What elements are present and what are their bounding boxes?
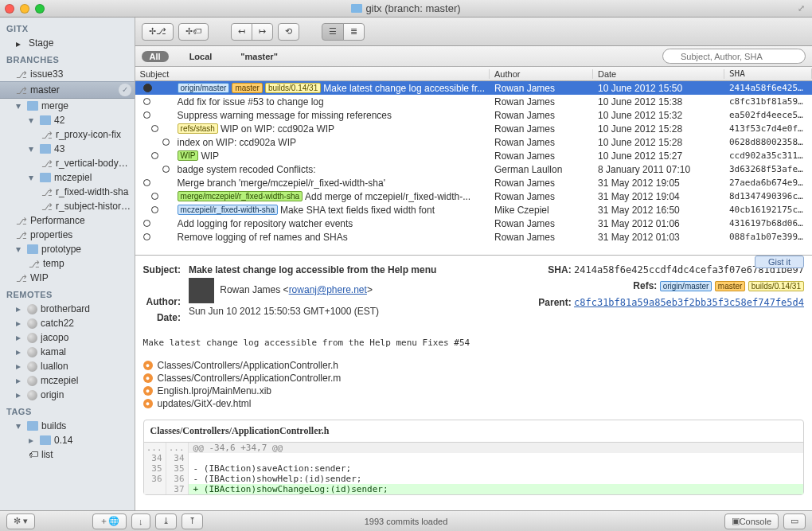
commit-row[interactable]: Remove logging of ref names and SHAsRowa… bbox=[135, 230, 812, 244]
disclosure-right-icon[interactable]: ▸ bbox=[29, 435, 37, 446]
sidebar-branch-item[interactable]: ⎇properties bbox=[0, 228, 135, 242]
sidebar-branch-item[interactable]: ▾43 bbox=[0, 142, 135, 156]
col-author[interactable]: Author bbox=[490, 69, 593, 79]
col-sha[interactable]: SHA bbox=[724, 68, 812, 79]
filter-master[interactable]: "master" bbox=[232, 51, 286, 62]
disclosure-down-icon[interactable]: ▾ bbox=[29, 143, 37, 154]
tree-view-button[interactable]: ≣ bbox=[343, 23, 365, 41]
sidebar-branch-item[interactable]: ▾prototype bbox=[0, 242, 135, 256]
sidebar-remote-item[interactable]: ▸brotherbard bbox=[0, 302, 135, 316]
sidebar-branch-item[interactable]: ⎇temp bbox=[0, 256, 135, 271]
disclosure-right-icon[interactable]: ▸ bbox=[16, 318, 24, 329]
sidebar-branch-item[interactable]: ▾merge bbox=[0, 99, 135, 113]
sidebar-remote-item[interactable]: ▸jacopo bbox=[0, 330, 135, 345]
disclosure-down-icon[interactable]: ▾ bbox=[16, 420, 24, 431]
layout-button[interactable]: ▭ bbox=[783, 513, 806, 529]
disclosure-down-icon[interactable]: ▾ bbox=[29, 115, 37, 126]
disclosure-right-icon[interactable]: ▸ bbox=[16, 389, 24, 400]
changed-file[interactable]: ●Classes/Controllers/ApplicationControll… bbox=[143, 372, 804, 385]
ref-tag[interactable]: origin/master bbox=[660, 281, 712, 291]
commit-date: 31 May 2012 19:04 bbox=[593, 191, 724, 202]
commit-row[interactable]: Merge branch 'merge/mczepiel/r_fixed-wid… bbox=[135, 176, 812, 189]
commit-row[interactable]: badge system recoded Conflicts:German La… bbox=[135, 162, 812, 176]
sidebar-remote-item[interactable]: ▸mczepiel bbox=[0, 373, 135, 388]
ref-tag[interactable]: WIP bbox=[178, 150, 199, 161]
disclosure-right-icon[interactable]: ▸ bbox=[16, 375, 24, 386]
sidebar-remote-item[interactable]: ▸origin bbox=[0, 388, 135, 402]
sidebar-branch-item[interactable]: ▾42 bbox=[0, 113, 135, 127]
ref-tag[interactable]: merge/mczepiel/r_fixed-width-sha bbox=[178, 191, 303, 201]
commit-graph bbox=[140, 179, 175, 186]
ref-tag[interactable]: refs/stash bbox=[178, 123, 218, 134]
search-input[interactable] bbox=[662, 49, 806, 64]
sidebar-branch-item[interactable]: ▾mczepiel bbox=[0, 170, 135, 185]
sidebar-remote-item[interactable]: ▸luallon bbox=[0, 359, 135, 373]
sidebar-branch-item[interactable]: ⎇master✓ bbox=[0, 81, 135, 99]
commit-row[interactable]: refs/stashWIP on WIP: ccd902a WIPRowan J… bbox=[135, 122, 812, 135]
sidebar-branch-item[interactable]: ⎇r_vertical-body-line bbox=[0, 156, 135, 170]
ref-tag[interactable]: builds/0.14/31 bbox=[265, 83, 321, 93]
ref-tag[interactable]: master bbox=[715, 281, 746, 291]
nav-left-button[interactable]: ↤ bbox=[231, 23, 252, 41]
sidebar-tag-item[interactable]: 🏷list bbox=[0, 447, 135, 462]
commit-author: Mike Czepiel bbox=[490, 205, 593, 216]
commit-graph bbox=[140, 125, 175, 132]
sidebar-branch-item[interactable]: ⎇r_proxy-icon-fix bbox=[0, 127, 135, 142]
sidebar-branch-item[interactable]: ⎇issue33 bbox=[0, 67, 135, 81]
changed-file[interactable]: ●English.lproj/MainMenu.xib bbox=[143, 385, 804, 397]
push-button[interactable]: ⤒ bbox=[182, 513, 203, 529]
sidebar-remote-item[interactable]: ▸catch22 bbox=[0, 316, 135, 330]
sidebar-remote-item[interactable]: ▸kamal bbox=[0, 345, 135, 359]
commit-row[interactable]: merge/mczepiel/r_fixed-width-shaAdd merg… bbox=[135, 189, 812, 203]
sidebar-stage[interactable]: ▸ Stage bbox=[0, 36, 135, 50]
pull-button[interactable]: ⤓ bbox=[155, 513, 177, 529]
sidebar-tag-item[interactable]: ▸0.14 bbox=[0, 433, 135, 447]
disclosure-right-icon[interactable]: ▸ bbox=[16, 346, 24, 357]
gear-menu-button[interactable]: ✼ ▾ bbox=[6, 513, 35, 529]
sidebar-tag-item[interactable]: ▾builds bbox=[0, 419, 135, 433]
commit-row[interactable]: WIPWIPRowan James10 June 2012 15:27ccd90… bbox=[135, 149, 812, 162]
changed-file[interactable]: ●Classes/Controllers/ApplicationControll… bbox=[143, 359, 804, 372]
view-mode-group: ☰ ≣ bbox=[322, 23, 365, 41]
disclosure-right-icon[interactable]: ▸ bbox=[16, 303, 24, 314]
detail-parent[interactable]: c8fc31bf81a59a85eb3f2bb35f3c58ef747fe5d4 bbox=[574, 297, 804, 308]
commit-row[interactable]: Add logging for repository watcher event… bbox=[135, 217, 812, 230]
sidebar-branch-item[interactable]: ⎇Performance bbox=[0, 213, 135, 228]
col-date[interactable]: Date bbox=[593, 69, 724, 79]
disclosure-down-icon[interactable]: ▾ bbox=[16, 244, 24, 255]
detail-author-email[interactable]: rowanj@phere.net bbox=[289, 284, 367, 295]
filter-all[interactable]: All bbox=[142, 51, 169, 62]
commits-list[interactable]: origin/mastermasterbuilds/0.14/31Make la… bbox=[135, 81, 812, 255]
disclosure-right-icon[interactable]: ▸ bbox=[16, 332, 24, 343]
fetch-button[interactable]: ↓ bbox=[131, 513, 150, 529]
ref-tag[interactable]: origin/master bbox=[178, 83, 230, 93]
ref-tag[interactable]: builds/0.14/31 bbox=[748, 281, 804, 291]
add-tag-button[interactable]: ✢🏷 bbox=[178, 23, 209, 41]
refresh-button[interactable]: ⟲ bbox=[278, 23, 299, 41]
filter-local[interactable]: Local bbox=[182, 51, 221, 62]
console-button[interactable]: ▣ Console bbox=[724, 513, 779, 529]
sidebar-branch-item[interactable]: ⎇r_subject-history-... bbox=[0, 199, 135, 213]
window-title-text: gitx (branch: master) bbox=[365, 2, 460, 14]
disclosure-down-icon[interactable]: ▾ bbox=[29, 172, 37, 183]
commit-row[interactable]: mczepiel/r_fixed-width-shaMake SHA text … bbox=[135, 203, 812, 217]
sidebar-branch-item[interactable]: ⎇r_fixed-width-sha bbox=[0, 185, 135, 199]
window-titlebar: gitx (branch: master) ⤢ bbox=[0, 0, 812, 18]
sidebar-branch-item[interactable]: ⎇WIP bbox=[0, 271, 135, 285]
nav-right-button[interactable]: ↦ bbox=[252, 23, 273, 41]
commit-row[interactable]: Suppress warning message for missing ref… bbox=[135, 108, 812, 122]
gist-button[interactable]: Gist it bbox=[755, 256, 804, 268]
fullscreen-icon[interactable]: ⤢ bbox=[798, 3, 807, 13]
disclosure-right-icon[interactable]: ▸ bbox=[16, 361, 24, 372]
commit-row[interactable]: Add fix for issue #53 to change logRowan… bbox=[135, 95, 812, 108]
disclosure-down-icon[interactable]: ▾ bbox=[16, 100, 24, 111]
add-remote-button[interactable]: ＋🌐 bbox=[92, 513, 127, 529]
ref-tag[interactable]: master bbox=[232, 83, 263, 93]
changed-file[interactable]: ●updates/GitX-dev.html bbox=[143, 397, 804, 410]
add-branch-button[interactable]: ✢⎇ bbox=[142, 23, 174, 41]
commit-row[interactable]: index on WIP: ccd902a WIPRowan James10 J… bbox=[135, 135, 812, 149]
list-view-button[interactable]: ☰ bbox=[322, 23, 344, 41]
ref-tag[interactable]: mczepiel/r_fixed-width-sha bbox=[178, 205, 278, 215]
col-subject[interactable]: Subject bbox=[135, 69, 490, 79]
commit-row[interactable]: origin/mastermasterbuilds/0.14/31Make la… bbox=[135, 81, 812, 95]
